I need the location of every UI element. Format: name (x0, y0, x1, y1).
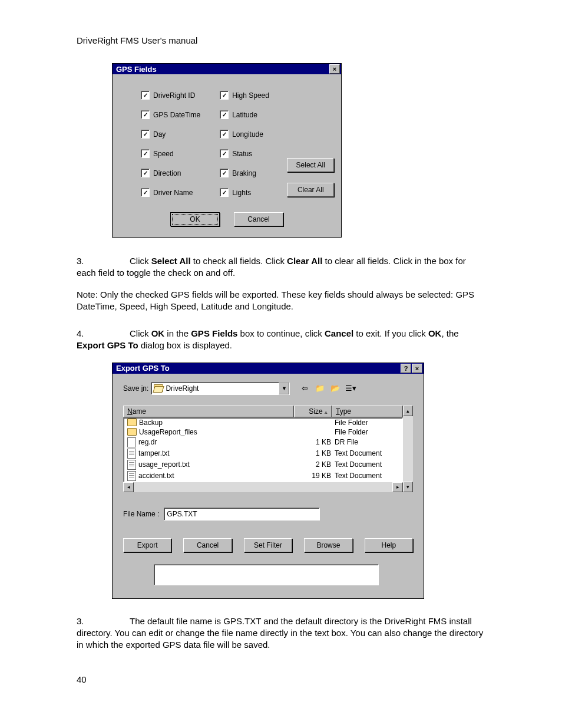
checkbox-label: Lights (232, 189, 251, 197)
list-item[interactable]: usage_report.txt2 KBText Document (124, 459, 402, 470)
save-in-value: DriveRight (166, 384, 199, 393)
file-type: File Folder (335, 419, 399, 427)
text-file-icon (127, 471, 136, 481)
help-button[interactable]: Help (365, 538, 413, 552)
col-type[interactable]: Type (332, 406, 403, 417)
list-header: Name Size ▵ Type (123, 406, 403, 417)
file-name: UsageReport_files (139, 428, 197, 436)
fields-left-column: ✓DriveRight ID ✓GPS DateTime ✓Day ✓Speed… (141, 91, 220, 197)
file-name-value: GPS.TXT (167, 510, 197, 518)
export-title: Export GPS To (116, 364, 170, 373)
file-name-input[interactable]: GPS.TXT (164, 508, 320, 521)
checkbox-label: Latitude (232, 111, 257, 119)
folder-open-icon (154, 384, 163, 392)
checkbox-label: Driver Name (153, 189, 193, 197)
note-text: Note: Only the checked GPS fields will b… (77, 289, 485, 313)
file-size: 1 KB (293, 449, 335, 457)
checkbox-braking[interactable]: ✓Braking (220, 169, 287, 177)
set-filter-button[interactable]: Set Filter (244, 538, 292, 552)
vertical-scrollbar[interactable]: ▴ ▾ (403, 406, 413, 492)
file-size: 19 KB (293, 472, 335, 480)
list-item[interactable]: reg.dr1 KBDR File (124, 437, 402, 448)
up-one-level-icon[interactable]: 📁 (313, 383, 326, 394)
doc-header: DriveRight FMS User's manual (77, 35, 485, 45)
instruction-step-4: 4.Click OK in the GPS Fields box to cont… (77, 328, 485, 352)
checkbox-label: Day (153, 130, 166, 139)
cancel-button[interactable]: Cancel (234, 212, 283, 226)
folder-icon (127, 419, 137, 426)
file-type: Text Document (335, 472, 399, 480)
checkbox-label: GPS DateTime (153, 111, 200, 119)
scroll-left-icon[interactable]: ◂ (123, 482, 134, 492)
checkbox-day[interactable]: ✓Day (141, 130, 220, 139)
ok-button[interactable]: OK (170, 212, 220, 226)
file-name-label: File Name : (123, 510, 159, 518)
status-box (154, 564, 379, 585)
instruction-step-3a: 3.Click Select All to check all fields. … (77, 255, 485, 279)
checkbox-lights[interactable]: ✓Lights (220, 188, 287, 197)
checkbox-driveright-id[interactable]: ✓DriveRight ID (141, 91, 220, 100)
file-name: usage_report.txt (138, 460, 190, 469)
file-name: accident.txt (138, 472, 174, 480)
checkbox-label: Braking (232, 169, 256, 177)
file-type: DR File (335, 438, 399, 446)
file-name: Backup (139, 419, 163, 427)
gps-fields-dialog: GPS Fields × ✓DriveRight ID ✓GPS DateTim… (112, 63, 342, 238)
scroll-down-icon[interactable]: ▾ (403, 482, 413, 492)
checkbox-label: Longitude (232, 130, 263, 139)
close-icon[interactable]: × (412, 364, 422, 373)
clear-all-button[interactable]: Clear All (287, 183, 334, 197)
scroll-up-icon[interactable]: ▴ (403, 406, 413, 416)
text-file-icon (127, 449, 136, 459)
save-in-combo[interactable]: DriveRight ▼ (151, 382, 290, 395)
back-icon[interactable]: ⇦ (298, 383, 311, 394)
page-number: 40 (77, 674, 485, 684)
file-size: 1 KB (293, 438, 335, 446)
list-item[interactable]: tamper.txt1 KBText Document (124, 448, 402, 459)
list-item[interactable]: BackupFile Folder (124, 418, 402, 427)
checkbox-latitude[interactable]: ✓Latitude (220, 110, 287, 119)
text-file-icon (127, 460, 136, 470)
checkbox-label: DriveRight ID (153, 91, 195, 100)
checkbox-label: Status (232, 150, 252, 158)
list-item[interactable]: accident.txt19 KBText Document (124, 470, 402, 482)
folder-icon (127, 428, 137, 436)
checkbox-gps-datetime[interactable]: ✓GPS DateTime (141, 110, 220, 119)
checkbox-driver-name[interactable]: ✓Driver Name (141, 188, 220, 197)
checkbox-speed[interactable]: ✓Speed (141, 149, 220, 158)
col-name[interactable]: Name (123, 406, 294, 417)
export-titlebar: Export GPS To ? × (113, 363, 424, 374)
col-size[interactable]: Size ▵ (294, 406, 332, 417)
checkbox-status[interactable]: ✓Status (220, 149, 287, 158)
file-type: File Folder (335, 428, 399, 436)
checkbox-label: High Speed (232, 91, 269, 100)
close-icon[interactable]: × (329, 64, 340, 74)
help-icon[interactable]: ? (401, 364, 411, 373)
checkbox-label: Speed (153, 150, 174, 158)
horizontal-scrollbar[interactable]: ◂ ▸ (123, 482, 403, 492)
save-in-label: Save in: (123, 384, 148, 393)
file-type: Text Document (335, 449, 399, 457)
view-menu-icon[interactable]: ☰▾ (344, 383, 357, 394)
new-folder-icon[interactable]: 📂 (329, 383, 342, 394)
cancel-button[interactable]: Cancel (183, 538, 232, 552)
file-size: 2 KB (293, 460, 335, 469)
select-all-button[interactable]: Select All (287, 158, 334, 172)
checkbox-direction[interactable]: ✓Direction (141, 169, 220, 177)
scroll-right-icon[interactable]: ▸ (392, 482, 403, 492)
file-list: Name Size ▵ Type BackupFile FolderUsageR… (123, 406, 413, 492)
gps-fields-title: GPS Fields (116, 65, 157, 74)
gps-fields-titlebar: GPS Fields × (113, 64, 341, 74)
fields-right-column: ✓High Speed ✓Latitude ✓Longitude ✓Status… (220, 91, 287, 197)
export-gps-to-dialog: Export GPS To ? × Save in: DriveRight ▼ … (112, 363, 424, 599)
checkbox-high-speed[interactable]: ✓High Speed (220, 91, 287, 100)
file-name: reg.dr (138, 438, 157, 446)
file-type: Text Document (335, 460, 399, 469)
file-name: tamper.txt (138, 449, 170, 457)
export-button[interactable]: Export (123, 538, 171, 552)
checkbox-longitude[interactable]: ✓Longitude (220, 130, 287, 139)
instruction-step-3b: 3.The default file name is GPS.TXT and t… (77, 615, 485, 651)
browse-button[interactable]: Browse (304, 538, 352, 552)
list-item[interactable]: UsageReport_filesFile Folder (124, 427, 402, 437)
chevron-down-icon[interactable]: ▼ (279, 383, 289, 394)
